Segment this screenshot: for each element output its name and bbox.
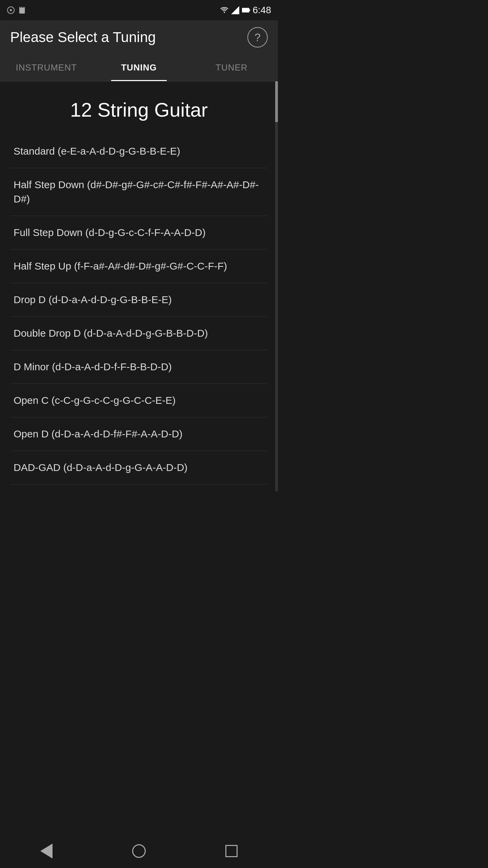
svg-rect-3 — [20, 6, 21, 8]
tab-tuner[interactable]: TUNER — [185, 54, 278, 81]
scrollbar[interactable] — [275, 81, 278, 491]
home-icon — [132, 844, 146, 858]
svg-marker-7 — [231, 6, 239, 14]
settings-icon — [7, 6, 15, 14]
back-icon — [40, 844, 53, 859]
svg-rect-2 — [19, 7, 25, 14]
tuning-item[interactable]: Standard (e-E-a-A-d-D-g-G-B-B-E-E) — [10, 135, 268, 168]
tab-instrument[interactable]: INSTRUMENT — [0, 54, 93, 81]
instrument-title: 12 String Guitar — [0, 88, 278, 135]
tuning-item[interactable]: Open C (c-C-g-G-c-C-g-G-C-C-E-E) — [10, 384, 268, 417]
svg-rect-9 — [249, 9, 250, 11]
tuning-list: Standard (e-E-a-A-d-D-g-G-B-B-E-E)Half S… — [0, 135, 278, 485]
tuning-item[interactable]: Full Step Down (d-D-g-G-c-C-f-F-A-A-D-D) — [10, 216, 268, 250]
tuning-item[interactable]: D Minor (d-D-a-A-d-D-f-F-B-B-D-D) — [10, 350, 268, 384]
help-button[interactable]: ? — [247, 27, 268, 47]
status-bar: 6:48 — [0, 0, 278, 20]
scrollbar-thumb[interactable] — [275, 81, 278, 122]
recent-icon — [225, 845, 238, 857]
header: Please Select a Tuning ? — [0, 20, 278, 54]
recent-button[interactable] — [221, 841, 242, 861]
svg-rect-5 — [23, 6, 24, 8]
status-bar-right: 6:48 — [220, 5, 271, 16]
svg-rect-10 — [242, 9, 248, 12]
signal-icon — [231, 6, 239, 14]
svg-point-1 — [10, 9, 12, 11]
main-content: 12 String Guitar Standard (e-E-a-A-d-D-g… — [0, 81, 278, 491]
svg-rect-4 — [22, 6, 23, 8]
tab-tuning[interactable]: TUNING — [93, 54, 185, 81]
status-bar-left — [7, 6, 26, 14]
tuning-item[interactable]: Open D (d-D-a-A-d-D-f#-F#-A-A-D-D) — [10, 417, 268, 451]
tuning-item[interactable]: DAD-GAD (d-D-a-A-d-D-g-G-A-A-D-D) — [10, 451, 268, 485]
page-title: Please Select a Tuning — [10, 29, 156, 45]
tab-bar: INSTRUMENT TUNING TUNER — [0, 54, 278, 81]
tuning-item[interactable]: Half Step Up (f-F-a#-A#-d#-D#-g#-G#-C-C-… — [10, 250, 268, 283]
sd-icon — [18, 6, 26, 14]
nav-bar — [0, 834, 278, 868]
home-button[interactable] — [129, 841, 149, 861]
wifi-icon — [220, 6, 228, 14]
svg-point-6 — [224, 12, 225, 13]
battery-icon — [242, 6, 250, 14]
tuning-item[interactable]: Drop D (d-D-a-A-d-D-g-G-B-B-E-E) — [10, 283, 268, 317]
status-time: 6:48 — [253, 5, 271, 16]
tuning-item[interactable]: Half Step Down (d#-D#-g#-G#-c#-C#-f#-F#-… — [10, 168, 268, 216]
back-button[interactable] — [36, 841, 57, 861]
tuning-item[interactable]: Double Drop D (d-D-a-A-d-D-g-G-B-B-D-D) — [10, 317, 268, 350]
